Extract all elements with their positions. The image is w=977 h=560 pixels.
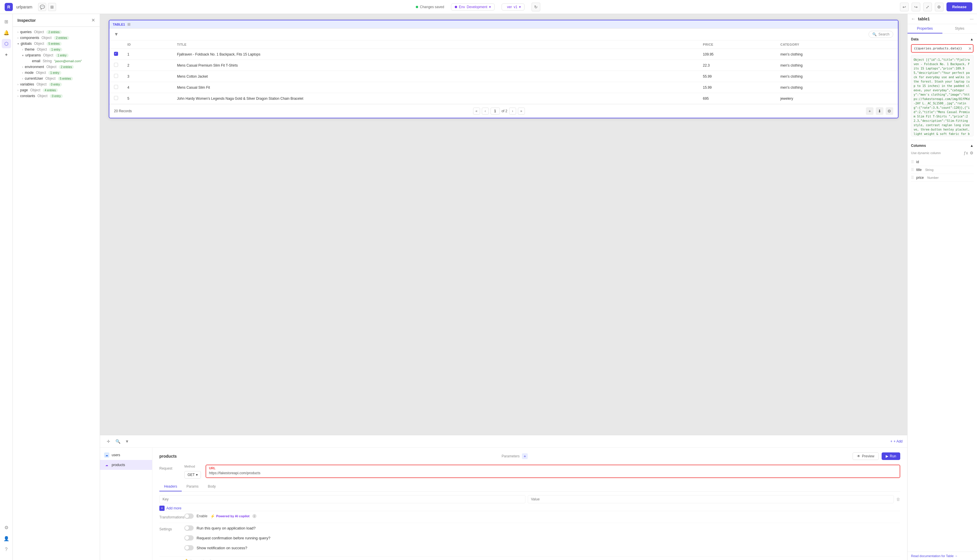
page-input[interactable] [490, 108, 500, 115]
ver-badge[interactable]: ver v1 ▾ [502, 3, 525, 10]
data-input[interactable] [911, 44, 974, 53]
undo-icon[interactable]: ↩ [900, 3, 909, 11]
table-row[interactable]: 3 Mens Cotton Jacket 55.99 men's clothin… [109, 71, 898, 82]
back-button[interactable]: ← [911, 16, 915, 22]
table-add-icon[interactable]: + [866, 107, 874, 115]
request-tabs: Headers Params Body [159, 482, 900, 492]
search-query-icon[interactable]: 🔍 [114, 438, 122, 445]
tree-item-email[interactable]: email String "jason@email.com" [22, 58, 100, 64]
tab-params[interactable]: Params [182, 482, 203, 492]
tree-item-queries[interactable]: › queries Object 2 entries [13, 29, 100, 35]
url-input[interactable] [206, 470, 900, 477]
run-button[interactable]: ▶ Run [882, 452, 900, 460]
sidebar-icon-tools[interactable]: ✦ [2, 50, 11, 59]
grid-icon[interactable]: ⊞ [48, 3, 56, 11]
dynamic-col-fx-icon[interactable]: ƒx [964, 151, 968, 155]
row-checkbox[interactable] [109, 71, 123, 82]
row-checkbox[interactable] [109, 93, 123, 104]
inspector-close-icon[interactable]: ✕ [91, 17, 95, 23]
tab-styles[interactable]: Styles [942, 24, 977, 33]
params-add-btn[interactable]: + [522, 453, 528, 459]
search-box[interactable]: 🔍 Search [869, 31, 893, 38]
tree-item-theme[interactable]: › theme Object 1 entry [17, 47, 100, 52]
enable-label: Enable [197, 514, 207, 518]
checkbox-5[interactable] [114, 96, 118, 100]
filter-icon[interactable]: ▼ [114, 32, 118, 37]
tree-item-constants[interactable]: › constants Object 0 entry [13, 93, 100, 99]
crosshair-icon[interactable]: ✛ [105, 438, 112, 445]
enable-toggle[interactable] [184, 513, 193, 519]
next-page-btn[interactable]: › [509, 108, 516, 115]
tree-item-components[interactable]: › components Object 2 entries [13, 35, 100, 41]
tree-item-page[interactable]: › page Object 4 entries [13, 87, 100, 93]
col-drag-title[interactable]: ⠿ [911, 167, 914, 172]
redo-icon[interactable]: ↪ [912, 3, 920, 11]
dynamic-col-settings-icon[interactable]: ⚙ [970, 151, 974, 155]
table-settings-icon[interactable]: ⊞ [127, 22, 130, 27]
checkbox-2[interactable] [114, 63, 118, 67]
settings-label: Settings [159, 525, 180, 531]
row-checkbox[interactable] [109, 49, 123, 60]
table-row[interactable]: 5 John Hardy Women's Legends Naga Gold &… [109, 93, 898, 104]
refresh-icon[interactable]: ↻ [532, 3, 540, 11]
checkbox-3[interactable] [114, 74, 118, 78]
filter-query-icon[interactable]: ▼ [123, 438, 131, 445]
tree-item-currentuser[interactable]: › currentUser Object 5 entries [17, 76, 100, 82]
info-icon[interactable]: i [252, 514, 257, 518]
settings-icon[interactable]: ⚙ [935, 3, 944, 11]
col-drag-price[interactable]: ⠿ [911, 175, 914, 180]
first-page-btn[interactable]: « [473, 108, 480, 115]
setting-toggle-1[interactable] [184, 535, 193, 540]
table-download-icon[interactable]: ⬇ [876, 107, 884, 115]
dynamic-col-label: Use dynamic column [911, 151, 941, 155]
read-docs-link[interactable]: Read documentation for Table → [907, 552, 977, 560]
sidebar-icon-search[interactable]: ⚙ [2, 523, 11, 532]
table-row[interactable]: 1 Fjallraven - Foldsack No. 1 Backpack, … [109, 49, 898, 60]
header-delete-icon[interactable]: 🗑 [896, 497, 900, 502]
tree-item-globals[interactable]: ▾ globals Object 5 entries [13, 41, 100, 47]
table-row[interactable]: 2 Mens Casual Premium Slim Fit T-Shirts … [109, 60, 898, 71]
col-drag-id[interactable]: ⠿ [911, 160, 914, 164]
events-content: 🔔 No event handlers [184, 559, 900, 560]
method-select[interactable]: GET ▾ [184, 471, 201, 478]
env-badge[interactable]: Env Development ▾ [451, 3, 494, 10]
currentuser-type: Object [45, 77, 55, 80]
more-options-icon[interactable]: ⋯ [970, 17, 974, 21]
setting-toggle-2[interactable] [184, 545, 193, 550]
tab-headers[interactable]: Headers [159, 482, 182, 492]
checkbox-4[interactable] [114, 85, 118, 89]
sidebar-icon-pages[interactable]: ⊞ [2, 17, 11, 26]
sidebar-icon-help[interactable]: ? [2, 545, 11, 554]
table-filter-icon[interactable]: ⚙ [886, 107, 893, 115]
prev-page-btn[interactable]: ‹ [482, 108, 489, 115]
row-checkbox[interactable] [109, 60, 123, 71]
tree-item-environment[interactable]: › environment Object 2 entries [17, 64, 100, 70]
sidebar-icon-components[interactable]: ⬡ [2, 39, 11, 48]
tab-body[interactable]: Body [203, 482, 220, 492]
source-item-users[interactable]: ☁ users [100, 450, 152, 460]
setting-toggle-0[interactable] [184, 525, 193, 531]
header-key-input[interactable] [159, 495, 525, 503]
data-input-clear-icon[interactable]: ✕ [968, 46, 972, 51]
row-checkbox[interactable] [109, 82, 123, 93]
share-icon[interactable]: ⤢ [923, 3, 932, 11]
source-item-products[interactable]: ☁ products [100, 460, 152, 470]
params-section: Parameters + [502, 453, 528, 459]
add-more-button[interactable]: + Add more [159, 506, 900, 511]
columns-collapse-icon[interactable]: ▲ [970, 143, 974, 148]
sidebar-icon-profile[interactable]: 👤 [2, 534, 11, 543]
tree-item-variables[interactable]: › variables Object 0 entry [13, 82, 100, 87]
add-query-button[interactable]: + + Add [890, 439, 902, 443]
header-value-input[interactable] [528, 495, 894, 503]
data-collapse-icon[interactable]: ▲ [970, 37, 974, 41]
tree-item-urlparams[interactable]: ▾ urlparams Object 1 entry [17, 52, 100, 58]
release-button[interactable]: Release [947, 2, 972, 11]
tab-properties[interactable]: Properties [907, 24, 942, 33]
checkbox-1[interactable] [114, 52, 118, 56]
chat-icon[interactable]: 💬 [38, 3, 46, 11]
tree-item-mode[interactable]: › mode Object 1 entry [17, 70, 100, 76]
preview-button[interactable]: 👁 Preview [852, 452, 879, 460]
sidebar-icon-notifications[interactable]: 🔔 [2, 28, 11, 37]
last-page-btn[interactable]: » [518, 108, 525, 115]
table-row[interactable]: 4 Mens Casual Slim Fit 15.99 men's cloth… [109, 82, 898, 93]
